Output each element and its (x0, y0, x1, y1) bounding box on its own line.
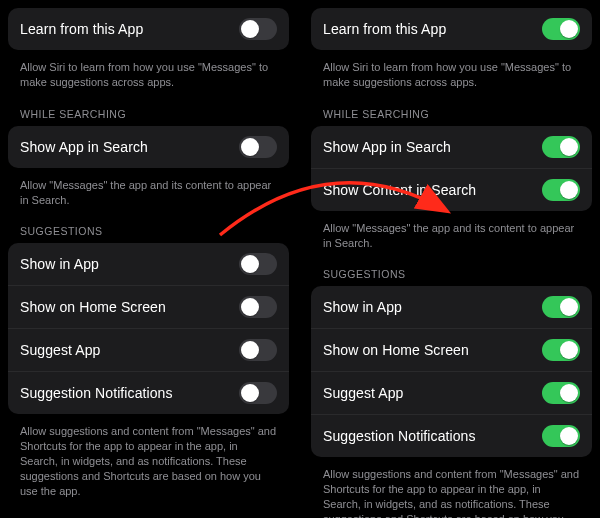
suggest-app-row: Suggest App (8, 328, 289, 371)
show-app-in-search-toggle[interactable] (542, 136, 580, 158)
show-on-home-toggle[interactable] (542, 339, 580, 361)
search-header: WHILE SEARCHING (8, 94, 289, 126)
settings-panel-right: Learn from this App Allow Siri to learn … (311, 8, 592, 518)
show-app-in-search-toggle[interactable] (239, 136, 277, 158)
settings-panel-left: Learn from this App Allow Siri to learn … (8, 8, 289, 518)
search-group: Show App in Search (8, 126, 289, 168)
show-in-app-toggle[interactable] (239, 253, 277, 275)
show-on-home-row: Show on Home Screen (8, 285, 289, 328)
suggest-app-toggle[interactable] (542, 382, 580, 404)
learn-group: Learn from this App (8, 8, 289, 50)
suggest-app-label: Suggest App (323, 385, 404, 401)
suggestion-notifications-toggle[interactable] (239, 382, 277, 404)
search-footer: Allow "Messages" the app and its content… (311, 215, 592, 255)
suggest-app-label: Suggest App (20, 342, 101, 358)
show-app-in-search-label: Show App in Search (323, 139, 451, 155)
show-content-in-search-toggle[interactable] (542, 179, 580, 201)
show-on-home-row: Show on Home Screen (311, 328, 592, 371)
show-in-app-label: Show in App (323, 299, 402, 315)
show-content-in-search-row: Show Content in Search (311, 168, 592, 211)
learn-toggle[interactable] (542, 18, 580, 40)
search-group: Show App in Search Show Content in Searc… (311, 126, 592, 211)
show-on-home-label: Show on Home Screen (323, 342, 469, 358)
learn-footer: Allow Siri to learn from how you use "Me… (8, 54, 289, 94)
suggest-app-row: Suggest App (311, 371, 592, 414)
show-app-in-search-label: Show App in Search (20, 139, 148, 155)
learn-toggle[interactable] (239, 18, 277, 40)
learn-row: Learn from this App (311, 8, 592, 50)
learn-group: Learn from this App (311, 8, 592, 50)
learn-footer: Allow Siri to learn from how you use "Me… (311, 54, 592, 94)
suggestions-header: SUGGESTIONS (311, 254, 592, 286)
learn-label: Learn from this App (323, 21, 446, 37)
suggestions-group: Show in App Show on Home Screen Suggest … (311, 286, 592, 457)
suggestion-notifications-label: Suggestion Notifications (323, 428, 476, 444)
learn-row: Learn from this App (8, 8, 289, 50)
suggestions-group: Show in App Show on Home Screen Suggest … (8, 243, 289, 414)
show-content-in-search-label: Show Content in Search (323, 182, 476, 198)
suggestion-notifications-toggle[interactable] (542, 425, 580, 447)
show-in-app-row: Show in App (8, 243, 289, 285)
suggestion-notifications-row: Suggestion Notifications (8, 371, 289, 414)
search-header: WHILE SEARCHING (311, 94, 592, 126)
suggestion-notifications-label: Suggestion Notifications (20, 385, 173, 401)
show-in-app-toggle[interactable] (542, 296, 580, 318)
show-in-app-row: Show in App (311, 286, 592, 328)
show-app-in-search-row: Show App in Search (311, 126, 592, 168)
suggest-app-toggle[interactable] (239, 339, 277, 361)
search-footer: Allow "Messages" the app and its content… (8, 172, 289, 212)
show-app-in-search-row: Show App in Search (8, 126, 289, 168)
suggestions-footer: Allow suggestions and content from "Mess… (311, 461, 592, 518)
show-in-app-label: Show in App (20, 256, 99, 272)
learn-label: Learn from this App (20, 21, 143, 37)
suggestions-header: SUGGESTIONS (8, 211, 289, 243)
show-on-home-label: Show on Home Screen (20, 299, 166, 315)
suggestions-footer: Allow suggestions and content from "Mess… (8, 418, 289, 502)
suggestion-notifications-row: Suggestion Notifications (311, 414, 592, 457)
show-on-home-toggle[interactable] (239, 296, 277, 318)
